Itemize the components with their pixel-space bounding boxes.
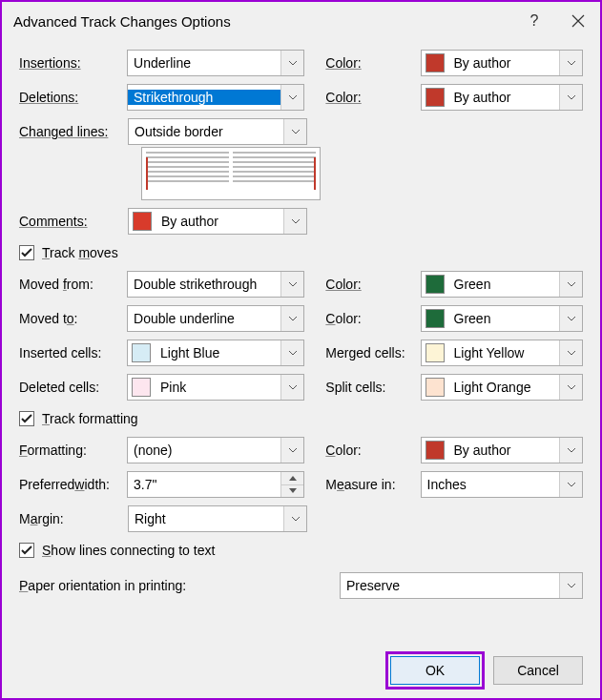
chevron-down-icon (559, 472, 582, 497)
color-swatch (133, 212, 152, 231)
margin-combo[interactable]: Right (128, 505, 307, 532)
measure-in-combo[interactable]: Inches (421, 471, 583, 498)
deleted-cells-combo[interactable]: Pink (127, 374, 304, 401)
moved-to-color-label: Color: (325, 311, 414, 326)
chevron-down-icon (559, 306, 582, 331)
formatting-color-label: Color: (325, 443, 414, 458)
dialog-content: Insertions: Underline Color: By author D… (2, 40, 600, 647)
moved-from-color-combo[interactable]: Green (421, 271, 583, 298)
merged-cells-label: Merged cells: (325, 345, 414, 360)
chevron-down-icon (280, 85, 303, 110)
comments-label: Comments: (19, 214, 122, 229)
preferred-width-label: Preferred width: (19, 477, 121, 492)
chevron-down-icon (280, 272, 303, 297)
paper-orientation-label: Paper orientation in printing: (19, 578, 334, 593)
help-button[interactable]: ? (512, 2, 556, 40)
chevron-down-icon (559, 85, 582, 110)
moved-to-combo[interactable]: Double underline (127, 305, 304, 332)
color-swatch (426, 88, 445, 107)
chevron-down-icon (559, 438, 582, 463)
chevron-down-icon (280, 375, 303, 400)
color-swatch (426, 378, 445, 397)
deleted-cells-label: Deleted cells: (19, 380, 121, 395)
formatting-combo[interactable]: (none) (127, 437, 304, 463)
track-moves-label: TTrack movesrack moves (42, 245, 118, 260)
track-formatting-checkbox[interactable] (19, 411, 34, 426)
color-swatch (426, 343, 445, 362)
chevron-down-icon (559, 272, 582, 297)
formatting-color-combo[interactable]: By author (421, 437, 583, 463)
moved-from-combo[interactable]: Double strikethrough (127, 271, 304, 298)
color-swatch (426, 275, 445, 294)
insertions-color-combo[interactable]: By author (421, 50, 583, 76)
titlebar: Advanced Track Changes Options ? (2, 2, 600, 40)
color-swatch (132, 378, 151, 397)
changed-lines-label: Changed lines: (19, 124, 122, 139)
chevron-down-icon (280, 306, 303, 331)
insertions-color-label: Color: (325, 55, 414, 71)
deletions-color-combo[interactable]: By author (421, 84, 583, 111)
ok-button[interactable]: OK (390, 656, 480, 685)
changed-lines-preview (141, 147, 321, 200)
color-swatch (426, 309, 445, 328)
deletions-combo[interactable]: Strikethrough (127, 84, 304, 111)
chevron-down-icon (559, 51, 582, 75)
chevron-down-icon (283, 209, 306, 234)
chevron-down-icon (280, 438, 303, 463)
close-button[interactable] (556, 2, 600, 40)
color-swatch (132, 343, 151, 362)
dialog-buttons: OK Cancel (2, 647, 600, 698)
preferred-width-spinner[interactable]: 3.7" (127, 471, 304, 498)
deletions-label: Deletions: (19, 90, 121, 105)
split-cells-combo[interactable]: Light Orange (421, 374, 583, 401)
dialog-title: Advanced Track Changes Options (13, 13, 512, 30)
track-formatting-label: Track formatting (42, 411, 138, 426)
spinner-up-icon[interactable] (281, 472, 303, 484)
show-lines-label: Show lines connecting to text (42, 543, 215, 558)
comments-combo[interactable]: By author (128, 208, 307, 235)
show-lines-checkbox[interactable] (19, 543, 34, 558)
merged-cells-combo[interactable]: Light Yellow (421, 340, 583, 366)
paper-orientation-combo[interactable]: Preserve (340, 572, 583, 599)
color-swatch (426, 441, 445, 460)
chevron-down-icon (559, 375, 582, 400)
color-swatch (426, 53, 445, 72)
inserted-cells-label: Inserted cells: (19, 345, 121, 360)
cancel-button[interactable]: Cancel (493, 656, 583, 685)
track-moves-checkbox[interactable] (19, 245, 34, 260)
chevron-down-icon (283, 119, 306, 144)
moved-to-label: Moved to: (19, 311, 121, 326)
chevron-down-icon (283, 506, 306, 531)
inserted-cells-combo[interactable]: Light Blue (127, 340, 304, 366)
moved-from-label: Moved from: (19, 277, 121, 292)
advanced-track-changes-dialog: Advanced Track Changes Options ? Inserti… (0, 0, 602, 700)
spinner-down-icon[interactable] (281, 484, 303, 498)
margin-label: Margin: (19, 511, 122, 526)
moved-to-color-combo[interactable]: Green (421, 305, 583, 332)
changed-lines-combo[interactable]: Outside border (128, 118, 307, 145)
formatting-label: Formatting: (19, 443, 121, 458)
moved-from-color-label: Color: (325, 277, 414, 292)
chevron-down-icon (280, 51, 303, 75)
chevron-down-icon (559, 340, 582, 365)
split-cells-label: Split cells: (325, 380, 414, 395)
insertions-label: Insertions: (19, 55, 121, 71)
insertions-combo[interactable]: Underline (127, 50, 304, 76)
chevron-down-icon (280, 340, 303, 365)
measure-in-label: Measure in: (325, 477, 414, 492)
chevron-down-icon (559, 573, 582, 598)
deletions-color-label: Color: (325, 90, 414, 105)
